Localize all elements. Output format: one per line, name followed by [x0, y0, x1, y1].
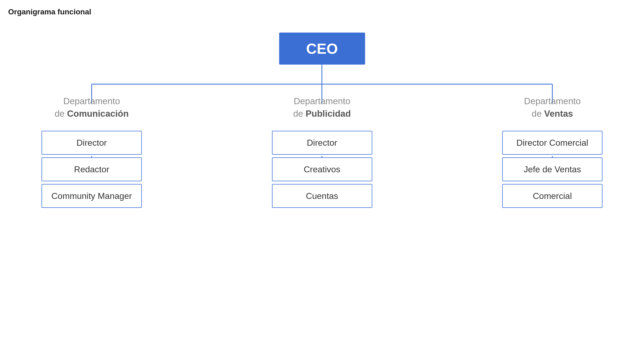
role-box: Comercial: [502, 184, 603, 208]
dept-comunicacion-label: Departamento de Comunicación: [55, 95, 129, 120]
dept-publicidad-label: Departamento de Publicidad: [293, 95, 351, 120]
role-box: Community Manager: [41, 184, 142, 208]
dept-ventas-label: Departamento de Ventas: [524, 95, 581, 120]
ceo-box: CEO: [279, 33, 365, 65]
dept-publicidad: Departamento de Publicidad Director Crea…: [268, 95, 376, 211]
org-chart: CEO Departamento de Comunicación Directo…: [0, 0, 644, 326]
role-box: Jefe de Ventas: [502, 157, 603, 181]
role-box: Director: [272, 131, 372, 155]
role-box: Cuentas: [272, 184, 372, 208]
dept-ventas: Departamento de Ventas Director Comercia…: [498, 95, 607, 211]
role-box: Director: [41, 131, 142, 155]
role-box: Director Comercial: [502, 131, 603, 155]
dept-comunicacion: Departamento de Comunicación Director Re…: [37, 95, 146, 211]
role-box: Redactor: [41, 157, 142, 181]
role-box: Creativos: [272, 157, 372, 181]
